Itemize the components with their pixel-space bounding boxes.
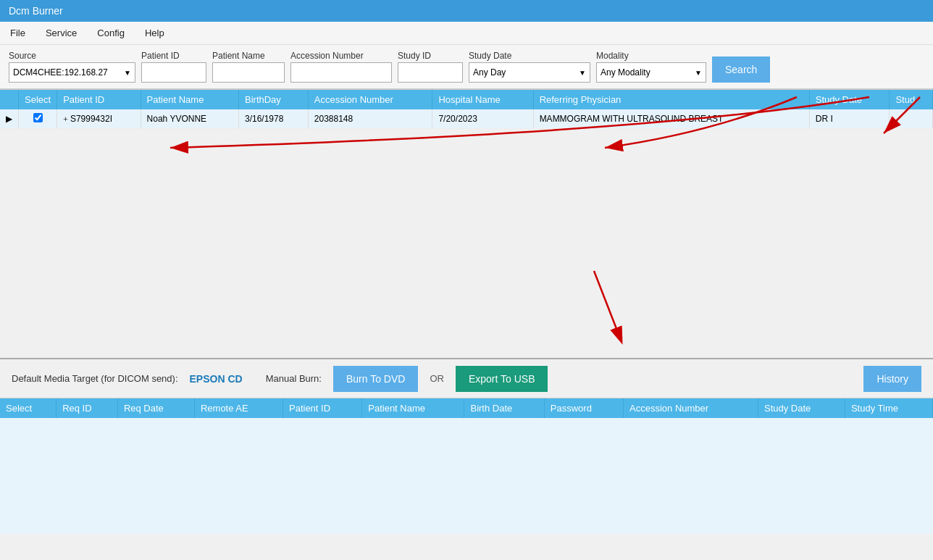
menu-bar: File Service Config Help bbox=[0, 22, 933, 45]
select-checkbox-cell[interactable] bbox=[19, 109, 57, 129]
menu-file[interactable]: File bbox=[6, 26, 30, 40]
source-value: DCM4CHEE:192.168.27 bbox=[13, 67, 121, 78]
search-button[interactable]: Search bbox=[712, 57, 770, 83]
study-date-select[interactable]: Any Day ▼ bbox=[469, 62, 590, 83]
col-hospital-name: Hospital Name bbox=[432, 90, 533, 109]
lower-col-select: Select bbox=[0, 398, 57, 418]
or-text: OR bbox=[430, 373, 444, 384]
upper-table-container: Select Patient ID Patient Name BirthDay … bbox=[0, 90, 933, 314]
menu-config[interactable]: Config bbox=[93, 26, 129, 40]
patient-name-cell: Noah YVONNE bbox=[141, 109, 238, 129]
lower-col-req-date: Req Date bbox=[117, 398, 194, 418]
accession-number-cell: 20388148 bbox=[308, 109, 432, 129]
lower-col-patient-id: Patient ID bbox=[283, 398, 361, 418]
patient-id-cell: + S7999432I bbox=[57, 109, 141, 129]
modality-arrow: ▼ bbox=[695, 69, 702, 77]
lower-table: Select Req ID Req Date Remote AE Patient… bbox=[0, 398, 933, 534]
search-panel: Source DCM4CHEE:192.168.27 ▼ Patient ID … bbox=[0, 45, 933, 90]
study-date-label: Study Date bbox=[469, 51, 590, 61]
lower-col-accession-number: Accession Number bbox=[624, 398, 758, 418]
study-date-value: Any Day bbox=[473, 67, 579, 78]
source-label: Source bbox=[9, 51, 135, 61]
col-select: Select bbox=[19, 90, 57, 109]
lower-col-study-time: Study Time bbox=[845, 398, 932, 418]
lower-col-birth-date: Birth Date bbox=[464, 398, 544, 418]
study-date-arrow: ▼ bbox=[579, 69, 586, 77]
hospital-name-cell: 7/20/2023 bbox=[432, 109, 533, 129]
menu-help[interactable]: Help bbox=[141, 26, 169, 40]
patient-name-label: Patient Name bbox=[212, 51, 285, 61]
modality-label: Modality bbox=[596, 51, 706, 61]
col-birthday: BirthDay bbox=[239, 90, 309, 109]
row-checkbox[interactable] bbox=[33, 113, 43, 122]
action-bar: Default Media Target (for DICOM send): E… bbox=[0, 358, 933, 398]
lower-table-container: Select Req ID Req Date Remote AE Patient… bbox=[0, 398, 933, 534]
lower-col-req-id: Req ID bbox=[57, 398, 118, 418]
referring-physician-cell: MAMMOGRAM WITH ULTRASOUND BREAST bbox=[533, 109, 809, 129]
default-media-label: Default Media Target (for DICOM send): bbox=[12, 373, 178, 384]
epson-cd-link[interactable]: EPSON CD bbox=[190, 373, 243, 385]
history-button[interactable]: History bbox=[863, 366, 921, 392]
col-patient-name: Patient Name bbox=[141, 90, 238, 109]
accession-number-label: Accession Number bbox=[290, 51, 392, 61]
title-bar: Dcm Burner bbox=[0, 0, 933, 22]
accession-number-input[interactable] bbox=[290, 62, 392, 83]
table-row[interactable]: ▶ + S7999432I Noah YVONNE 3/16/1978 2038… bbox=[0, 109, 933, 129]
patient-id-input[interactable] bbox=[141, 62, 206, 83]
source-dropdown-arrow: ▼ bbox=[124, 69, 131, 77]
birthday-cell: 3/16/1978 bbox=[239, 109, 309, 129]
menu-service[interactable]: Service bbox=[41, 26, 81, 40]
col-patient-id: Patient ID bbox=[57, 90, 141, 109]
lower-col-patient-name: Patient Name bbox=[362, 398, 464, 418]
burn-dvd-button[interactable]: Burn To DVD bbox=[333, 366, 418, 392]
patient-name-input[interactable] bbox=[212, 62, 285, 83]
modality-select[interactable]: Any Modality ▼ bbox=[596, 62, 706, 83]
col-accession-number: Accession Number bbox=[308, 90, 432, 109]
stud-cell bbox=[890, 109, 933, 129]
manual-burn-label: Manual Burn: bbox=[266, 373, 322, 384]
col-referring-physician: Referring Physician bbox=[533, 90, 809, 109]
col-arrow bbox=[0, 90, 19, 109]
lower-col-study-date: Study Date bbox=[758, 398, 845, 418]
col-stud: Stud bbox=[890, 90, 933, 109]
export-usb-button[interactable]: Export To USB bbox=[456, 366, 548, 392]
lower-col-remote-ae: Remote AE bbox=[194, 398, 283, 418]
study-id-input[interactable] bbox=[398, 62, 463, 83]
row-arrow-cell: ▶ bbox=[0, 109, 19, 129]
upper-section: Select Patient ID Patient Name BirthDay … bbox=[0, 90, 933, 358]
modality-value: Any Modality bbox=[601, 67, 695, 78]
source-select[interactable]: DCM4CHEE:192.168.27 ▼ bbox=[9, 62, 135, 83]
upper-table: Select Patient ID Patient Name BirthDay … bbox=[0, 90, 933, 129]
col-study-date: Study Date bbox=[809, 90, 890, 109]
lower-col-password: Password bbox=[544, 398, 623, 418]
app-title: Dcm Burner bbox=[9, 5, 63, 17]
patient-id-label: Patient ID bbox=[141, 51, 206, 61]
study-date-cell: DR I bbox=[809, 109, 890, 129]
study-id-label: Study ID bbox=[398, 51, 463, 61]
